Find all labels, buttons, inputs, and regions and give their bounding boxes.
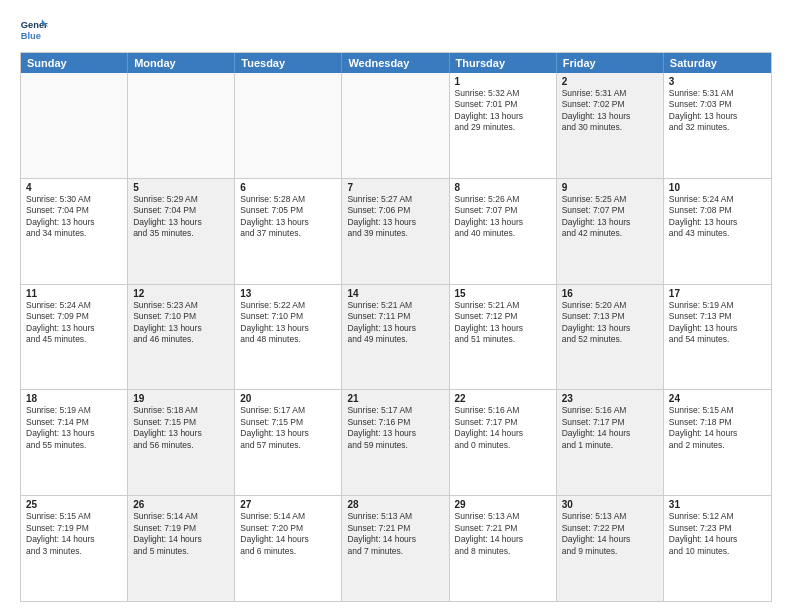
- day-cell: 11Sunrise: 5:24 AM Sunset: 7:09 PM Dayli…: [21, 285, 128, 390]
- day-headers: SundayMondayTuesdayWednesdayThursdayFrid…: [21, 53, 771, 73]
- day-number: 21: [347, 393, 443, 404]
- day-number: 17: [669, 288, 766, 299]
- day-number: 18: [26, 393, 122, 404]
- day-info: Sunrise: 5:23 AM Sunset: 7:10 PM Dayligh…: [133, 300, 229, 346]
- day-header-wednesday: Wednesday: [342, 53, 449, 73]
- day-cell: 9Sunrise: 5:25 AM Sunset: 7:07 PM Daylig…: [557, 179, 664, 284]
- day-number: 8: [455, 182, 551, 193]
- day-info: Sunrise: 5:29 AM Sunset: 7:04 PM Dayligh…: [133, 194, 229, 240]
- day-number: 25: [26, 499, 122, 510]
- day-info: Sunrise: 5:12 AM Sunset: 7:23 PM Dayligh…: [669, 511, 766, 557]
- day-number: 1: [455, 76, 551, 87]
- day-info: Sunrise: 5:25 AM Sunset: 7:07 PM Dayligh…: [562, 194, 658, 240]
- day-cell: 5Sunrise: 5:29 AM Sunset: 7:04 PM Daylig…: [128, 179, 235, 284]
- day-cell: 20Sunrise: 5:17 AM Sunset: 7:15 PM Dayli…: [235, 390, 342, 495]
- day-number: 24: [669, 393, 766, 404]
- day-cell: 6Sunrise: 5:28 AM Sunset: 7:05 PM Daylig…: [235, 179, 342, 284]
- day-info: Sunrise: 5:31 AM Sunset: 7:03 PM Dayligh…: [669, 88, 766, 134]
- day-info: Sunrise: 5:19 AM Sunset: 7:14 PM Dayligh…: [26, 405, 122, 451]
- day-info: Sunrise: 5:16 AM Sunset: 7:17 PM Dayligh…: [455, 405, 551, 451]
- day-cell: 28Sunrise: 5:13 AM Sunset: 7:21 PM Dayli…: [342, 496, 449, 601]
- day-cell: [342, 73, 449, 178]
- day-cell: 12Sunrise: 5:23 AM Sunset: 7:10 PM Dayli…: [128, 285, 235, 390]
- day-cell: 14Sunrise: 5:21 AM Sunset: 7:11 PM Dayli…: [342, 285, 449, 390]
- day-number: 19: [133, 393, 229, 404]
- day-info: Sunrise: 5:14 AM Sunset: 7:19 PM Dayligh…: [133, 511, 229, 557]
- day-number: 14: [347, 288, 443, 299]
- day-info: Sunrise: 5:27 AM Sunset: 7:06 PM Dayligh…: [347, 194, 443, 240]
- day-cell: 24Sunrise: 5:15 AM Sunset: 7:18 PM Dayli…: [664, 390, 771, 495]
- day-number: 2: [562, 76, 658, 87]
- day-cell: 21Sunrise: 5:17 AM Sunset: 7:16 PM Dayli…: [342, 390, 449, 495]
- day-cell: 7Sunrise: 5:27 AM Sunset: 7:06 PM Daylig…: [342, 179, 449, 284]
- week-row-5: 25Sunrise: 5:15 AM Sunset: 7:19 PM Dayli…: [21, 495, 771, 601]
- day-number: 29: [455, 499, 551, 510]
- day-cell: 15Sunrise: 5:21 AM Sunset: 7:12 PM Dayli…: [450, 285, 557, 390]
- day-info: Sunrise: 5:26 AM Sunset: 7:07 PM Dayligh…: [455, 194, 551, 240]
- day-cell: [128, 73, 235, 178]
- day-number: 20: [240, 393, 336, 404]
- day-cell: 4Sunrise: 5:30 AM Sunset: 7:04 PM Daylig…: [21, 179, 128, 284]
- day-cell: 8Sunrise: 5:26 AM Sunset: 7:07 PM Daylig…: [450, 179, 557, 284]
- week-row-3: 11Sunrise: 5:24 AM Sunset: 7:09 PM Dayli…: [21, 284, 771, 390]
- week-row-4: 18Sunrise: 5:19 AM Sunset: 7:14 PM Dayli…: [21, 389, 771, 495]
- day-number: 11: [26, 288, 122, 299]
- page: General Blue SundayMondayTuesdayWednesda…: [0, 0, 792, 612]
- day-number: 13: [240, 288, 336, 299]
- day-number: 5: [133, 182, 229, 193]
- day-info: Sunrise: 5:15 AM Sunset: 7:19 PM Dayligh…: [26, 511, 122, 557]
- day-info: Sunrise: 5:22 AM Sunset: 7:10 PM Dayligh…: [240, 300, 336, 346]
- day-cell: 29Sunrise: 5:13 AM Sunset: 7:21 PM Dayli…: [450, 496, 557, 601]
- day-cell: 30Sunrise: 5:13 AM Sunset: 7:22 PM Dayli…: [557, 496, 664, 601]
- header: General Blue: [20, 16, 772, 44]
- day-cell: 26Sunrise: 5:14 AM Sunset: 7:19 PM Dayli…: [128, 496, 235, 601]
- day-number: 16: [562, 288, 658, 299]
- day-cell: 19Sunrise: 5:18 AM Sunset: 7:15 PM Dayli…: [128, 390, 235, 495]
- day-cell: 13Sunrise: 5:22 AM Sunset: 7:10 PM Dayli…: [235, 285, 342, 390]
- day-header-tuesday: Tuesday: [235, 53, 342, 73]
- day-number: 15: [455, 288, 551, 299]
- day-cell: [21, 73, 128, 178]
- day-header-thursday: Thursday: [450, 53, 557, 73]
- day-number: 23: [562, 393, 658, 404]
- day-number: 7: [347, 182, 443, 193]
- day-info: Sunrise: 5:13 AM Sunset: 7:22 PM Dayligh…: [562, 511, 658, 557]
- day-number: 30: [562, 499, 658, 510]
- day-cell: 25Sunrise: 5:15 AM Sunset: 7:19 PM Dayli…: [21, 496, 128, 601]
- day-number: 27: [240, 499, 336, 510]
- day-number: 9: [562, 182, 658, 193]
- calendar: SundayMondayTuesdayWednesdayThursdayFrid…: [20, 52, 772, 602]
- day-info: Sunrise: 5:30 AM Sunset: 7:04 PM Dayligh…: [26, 194, 122, 240]
- logo-icon: General Blue: [20, 16, 48, 44]
- day-info: Sunrise: 5:21 AM Sunset: 7:12 PM Dayligh…: [455, 300, 551, 346]
- day-number: 4: [26, 182, 122, 193]
- day-info: Sunrise: 5:14 AM Sunset: 7:20 PM Dayligh…: [240, 511, 336, 557]
- day-cell: 10Sunrise: 5:24 AM Sunset: 7:08 PM Dayli…: [664, 179, 771, 284]
- week-row-1: 1Sunrise: 5:32 AM Sunset: 7:01 PM Daylig…: [21, 73, 771, 178]
- day-info: Sunrise: 5:24 AM Sunset: 7:08 PM Dayligh…: [669, 194, 766, 240]
- day-number: 3: [669, 76, 766, 87]
- day-number: 26: [133, 499, 229, 510]
- day-info: Sunrise: 5:16 AM Sunset: 7:17 PM Dayligh…: [562, 405, 658, 451]
- day-number: 31: [669, 499, 766, 510]
- calendar-body: 1Sunrise: 5:32 AM Sunset: 7:01 PM Daylig…: [21, 73, 771, 601]
- svg-text:Blue: Blue: [21, 31, 41, 41]
- day-cell: 31Sunrise: 5:12 AM Sunset: 7:23 PM Dayli…: [664, 496, 771, 601]
- day-header-friday: Friday: [557, 53, 664, 73]
- day-header-sunday: Sunday: [21, 53, 128, 73]
- day-cell: 1Sunrise: 5:32 AM Sunset: 7:01 PM Daylig…: [450, 73, 557, 178]
- day-info: Sunrise: 5:32 AM Sunset: 7:01 PM Dayligh…: [455, 88, 551, 134]
- day-cell: 3Sunrise: 5:31 AM Sunset: 7:03 PM Daylig…: [664, 73, 771, 178]
- day-number: 10: [669, 182, 766, 193]
- day-info: Sunrise: 5:18 AM Sunset: 7:15 PM Dayligh…: [133, 405, 229, 451]
- day-info: Sunrise: 5:17 AM Sunset: 7:16 PM Dayligh…: [347, 405, 443, 451]
- day-info: Sunrise: 5:21 AM Sunset: 7:11 PM Dayligh…: [347, 300, 443, 346]
- day-cell: 23Sunrise: 5:16 AM Sunset: 7:17 PM Dayli…: [557, 390, 664, 495]
- day-info: Sunrise: 5:13 AM Sunset: 7:21 PM Dayligh…: [455, 511, 551, 557]
- day-number: 12: [133, 288, 229, 299]
- logo: General Blue: [20, 16, 52, 44]
- day-info: Sunrise: 5:13 AM Sunset: 7:21 PM Dayligh…: [347, 511, 443, 557]
- day-info: Sunrise: 5:15 AM Sunset: 7:18 PM Dayligh…: [669, 405, 766, 451]
- day-header-monday: Monday: [128, 53, 235, 73]
- day-info: Sunrise: 5:28 AM Sunset: 7:05 PM Dayligh…: [240, 194, 336, 240]
